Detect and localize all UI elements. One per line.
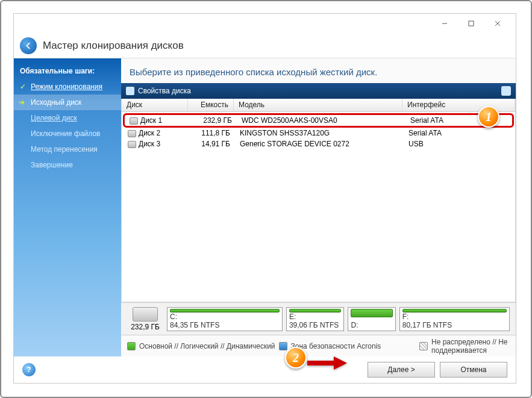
cell-capacity: 111,8 ГБ: [189, 129, 235, 137]
partition-f[interactable]: F:80,17 ГБ NTFS: [399, 307, 510, 331]
sidebar-heading: Обязательные шаги:: [14, 63, 121, 79]
footer: ? Далее > Отмена: [14, 356, 516, 383]
sidebar-item-label: Метод перенесения: [31, 145, 98, 154]
sidebar-item-label: Завершение: [31, 161, 73, 169]
col-interface[interactable]: Интерфейс: [402, 99, 515, 111]
sidebar-item-label: Исходный диск: [31, 98, 81, 107]
main-panel: Выберите из приведенного списка исходный…: [121, 58, 516, 356]
next-button[interactable]: Далее >: [368, 362, 435, 378]
table-header: Диск Емкость Модель Интерфейс: [122, 99, 515, 112]
disk-icon-large: [133, 307, 158, 322]
cell-model: WDC WD2500AAKS-00VSA0: [237, 116, 405, 125]
annotation-callout-2: 2: [285, 347, 307, 368]
cell-name: Диск 2: [139, 129, 160, 137]
annotation-arrow: [307, 355, 349, 373]
titlebar: [14, 14, 516, 33]
legend: Основной // Логический // Динамический З…: [121, 335, 516, 356]
partition-e[interactable]: E:39,06 ГБ NTFS: [286, 307, 345, 331]
legend-swatch-acronis: [279, 342, 287, 350]
sidebar-item-label: Целевой диск: [31, 114, 77, 122]
properties-label: Свойства диска: [138, 87, 191, 95]
legend-unalloc: Не распределено // Не поддерживается: [431, 338, 510, 355]
table-body: Диск 1 232,9 ГБ WDC WD2500AAKS-00VSA0 Se…: [122, 112, 515, 302]
sidebar-item-target[interactable]: Целевой диск: [14, 110, 121, 126]
wizard-header: Мастер клонирования дисков: [14, 33, 516, 58]
wizard-window: Мастер клонирования дисков Обязательные …: [13, 13, 516, 384]
sidebar-item-label: Режим клонирования: [31, 82, 102, 91]
wizard-title: Мастер клонирования дисков: [43, 40, 184, 52]
disk-icon: [128, 130, 136, 137]
sidebar-item-label: Исключение файлов: [31, 129, 100, 138]
legend-acronis: Зона безопасности Acronis: [291, 342, 381, 350]
close-button[interactable]: [484, 15, 511, 32]
disk-total-label: 232,9 ГБ: [131, 323, 160, 331]
svg-rect-0: [469, 21, 474, 26]
partition-d[interactable]: D:: [348, 307, 395, 331]
partition-c[interactable]: C:84,35 ГБ NTFS: [167, 307, 283, 331]
cancel-button[interactable]: Отмена: [440, 362, 507, 378]
cell-interface: Serial ATA: [404, 129, 514, 137]
properties-icon: [126, 87, 134, 95]
instruction-text: Выберите из приведенного списка исходный…: [121, 58, 516, 83]
sidebar-item-exclude[interactable]: Исключение файлов: [14, 126, 121, 141]
table-row[interactable]: Диск 3 14,91 ГБ Generic STORAGE DEVICE 0…: [123, 138, 514, 149]
disk-icon: [128, 141, 136, 148]
legend-swatch-primary: [127, 342, 136, 350]
legend-primary: Основной // Логический // Динамический: [139, 342, 275, 350]
annotation-callout-1: 1: [478, 106, 499, 128]
disk-table: Диск Емкость Модель Интерфейс Диск 1 232…: [121, 99, 516, 302]
disk-total: 232,9 ГБ: [127, 307, 163, 331]
sidebar: Обязательные шаги: Режим клонирования Ис…: [14, 58, 121, 356]
sidebar-item-finish[interactable]: Завершение: [14, 157, 121, 173]
cell-name: Диск 1: [140, 116, 162, 125]
col-capacity[interactable]: Емкость: [188, 99, 234, 111]
legend-swatch-unalloc: [419, 342, 428, 350]
disk-icon: [130, 117, 138, 125]
cell-model: Generic STORAGE DEVICE 0272: [235, 140, 404, 148]
sidebar-item-method[interactable]: Метод перенесения: [14, 141, 121, 157]
wizard-body: Обязательные шаги: Режим клонирования Ис…: [14, 58, 516, 356]
col-name[interactable]: Диск: [122, 99, 188, 111]
maximize-button[interactable]: [458, 15, 484, 32]
cell-interface: USB: [404, 140, 514, 148]
cell-name: Диск 3: [139, 140, 160, 148]
disk-properties-bar: Свойства диска: [121, 83, 516, 99]
button-row: Далее > Отмена: [368, 362, 507, 378]
disk-layout-bar: 232,9 ГБ C:84,35 ГБ NTFS E:39,06 ГБ NTFS…: [121, 302, 516, 335]
cell-model: KINGSTON SHSS37A120G: [235, 129, 404, 137]
cell-capacity: 232,9 ГБ: [191, 116, 237, 125]
table-row[interactable]: Диск 2 111,8 ГБ KINGSTON SHSS37A120G Ser…: [123, 128, 514, 138]
cell-capacity: 14,91 ГБ: [189, 140, 235, 148]
table-row[interactable]: Диск 1 232,9 ГБ WDC WD2500AAKS-00VSA0 Se…: [123, 113, 514, 128]
help-button[interactable]: ?: [22, 363, 36, 376]
sidebar-item-mode[interactable]: Режим клонирования: [14, 79, 121, 95]
col-model[interactable]: Модель: [234, 99, 402, 111]
back-button[interactable]: [20, 37, 37, 54]
sidebar-item-source[interactable]: Исходный диск: [14, 95, 121, 110]
refresh-icon[interactable]: [501, 86, 511, 96]
minimize-button[interactable]: [431, 15, 458, 32]
